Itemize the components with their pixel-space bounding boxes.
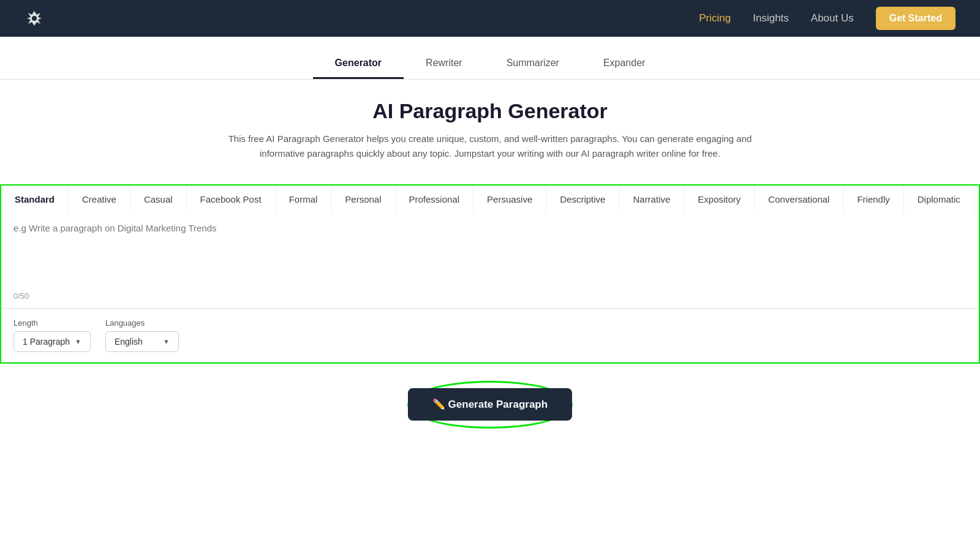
style-tab-friendly[interactable]: Friendly bbox=[843, 186, 903, 213]
languages-chevron-icon: ▼ bbox=[163, 338, 170, 345]
length-label: Length bbox=[13, 318, 91, 328]
style-tab-facebook-post[interactable]: Facebook Post bbox=[187, 186, 276, 213]
nav-links: Pricing Insights About Us Get Started bbox=[699, 7, 956, 30]
navbar: Pricing Insights About Us Get Started bbox=[0, 0, 980, 37]
controls-row: Length 1 Paragraph ▼ Languages English ▼ bbox=[1, 309, 979, 362]
tab-summarizer[interactable]: Summarizer bbox=[484, 49, 581, 79]
input-area: 0/50 bbox=[1, 213, 979, 309]
style-tab-diplomatic[interactable]: Diplomatic bbox=[904, 186, 974, 213]
tab-rewriter[interactable]: Rewriter bbox=[404, 49, 484, 79]
style-tab-conversational[interactable]: Conversational bbox=[755, 186, 843, 213]
topic-input[interactable] bbox=[1, 213, 979, 287]
nav-insights[interactable]: Insights bbox=[753, 12, 789, 24]
tab-expander[interactable]: Expander bbox=[581, 49, 668, 79]
length-value: 1 Paragraph bbox=[23, 337, 70, 347]
generate-area: ✏️ Generate Paragraph bbox=[0, 364, 980, 457]
tab-generator[interactable]: Generator bbox=[313, 49, 404, 79]
style-tab-narrative[interactable]: Narrative bbox=[619, 186, 684, 213]
style-tab-casual[interactable]: Casual bbox=[130, 186, 187, 213]
style-tab-professional[interactable]: Professional bbox=[396, 186, 474, 213]
nav-pricing[interactable]: Pricing bbox=[699, 12, 731, 24]
hero-description: This free AI Paragraph Generator helps y… bbox=[227, 132, 753, 161]
style-tabs: Standard Creative Casual Facebook Post F… bbox=[1, 186, 979, 213]
tool-tabs: Generator Rewriter Summarizer Expander bbox=[0, 49, 980, 80]
languages-control: Languages English ▼ bbox=[105, 318, 179, 352]
languages-select[interactable]: English ▼ bbox=[105, 331, 179, 352]
style-tabs-wrapper: Standard Creative Casual Facebook Post F… bbox=[0, 184, 980, 364]
style-tab-personal[interactable]: Personal bbox=[331, 186, 395, 213]
style-tab-standard[interactable]: Standard bbox=[1, 186, 69, 213]
languages-label: Languages bbox=[105, 318, 179, 328]
style-tab-creative[interactable]: Creative bbox=[69, 186, 130, 213]
style-tab-expository[interactable]: Expository bbox=[684, 186, 755, 213]
logo[interactable] bbox=[24, 9, 44, 28]
style-tab-descriptive[interactable]: Descriptive bbox=[546, 186, 619, 213]
logo-icon bbox=[24, 9, 44, 28]
svg-point-0 bbox=[32, 16, 37, 21]
get-started-button[interactable]: Get Started bbox=[876, 7, 956, 30]
length-select[interactable]: 1 Paragraph ▼ bbox=[13, 331, 91, 352]
length-chevron-icon: ▼ bbox=[75, 338, 81, 345]
page-title: AI Paragraph Generator bbox=[12, 99, 968, 123]
length-control: Length 1 Paragraph ▼ bbox=[13, 318, 91, 352]
hero-section: AI Paragraph Generator This free AI Para… bbox=[0, 80, 980, 173]
generate-button[interactable]: ✏️ Generate Paragraph bbox=[408, 388, 572, 421]
style-tab-formal[interactable]: Formal bbox=[276, 186, 332, 213]
style-tab-persuasive[interactable]: Persuasive bbox=[473, 186, 546, 213]
generate-button-wrapper: ✏️ Generate Paragraph bbox=[408, 388, 572, 421]
nav-about-us[interactable]: About Us bbox=[811, 12, 854, 24]
char-count: 0/50 bbox=[1, 289, 979, 308]
languages-value: English bbox=[115, 337, 143, 347]
